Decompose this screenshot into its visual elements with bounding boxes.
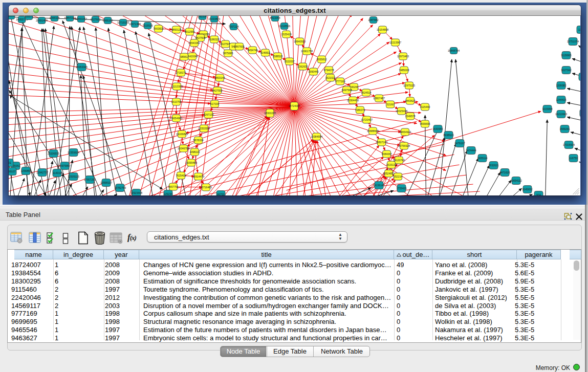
svg-text:10958107: 10958107 — [100, 181, 112, 184]
svg-text:1640955: 1640955 — [432, 127, 443, 130]
svg-text:1990443: 1990443 — [308, 70, 318, 73]
svg-text:8186323: 8186323 — [209, 38, 219, 41]
svg-text:20364436: 20364436 — [347, 99, 359, 102]
svg-text:1112: 1112 — [578, 28, 580, 31]
svg-text:6479197: 6479197 — [454, 142, 465, 145]
svg-text:7515526: 7515526 — [142, 24, 153, 27]
svg-text:16033809: 16033809 — [208, 17, 220, 20]
svg-text:9657791: 9657791 — [168, 185, 178, 188]
svg-text:7485003: 7485003 — [399, 69, 409, 72]
svg-text:9474444: 9474444 — [466, 149, 476, 152]
svg-text:317006: 317006 — [210, 102, 219, 105]
svg-text:3267130: 3267130 — [203, 113, 213, 116]
svg-text:15720407: 15720407 — [361, 118, 373, 121]
svg-text:9146821: 9146821 — [260, 51, 270, 54]
svg-text:1621022: 1621022 — [325, 76, 335, 79]
svg-text:8471626: 8471626 — [499, 171, 510, 174]
svg-text:160338: 160338 — [198, 16, 207, 18]
svg-text:19654923: 19654923 — [399, 130, 411, 134]
svg-text:6794078: 6794078 — [323, 69, 334, 72]
svg-text:20206535: 20206535 — [48, 152, 59, 155]
svg-text:2935114: 2935114 — [477, 157, 488, 160]
svg-text:17957255: 17957255 — [84, 178, 96, 181]
svg-text:16961758: 16961758 — [301, 50, 313, 53]
svg-text:18640910: 18640910 — [294, 40, 306, 43]
svg-text:10653257: 10653257 — [75, 17, 87, 20]
svg-text:9245652: 9245652 — [522, 188, 532, 191]
svg-text:19654985: 19654985 — [170, 117, 182, 120]
svg-text:16543362: 16543362 — [188, 41, 200, 45]
svg-text:1498222: 1498222 — [189, 150, 200, 154]
svg-text:98961: 98961 — [180, 55, 188, 58]
svg-text:9129965: 9129965 — [561, 54, 571, 57]
svg-text:8912954: 8912954 — [184, 30, 194, 33]
svg-text:9777169: 9777169 — [335, 80, 345, 83]
svg-text:924: 924 — [536, 193, 541, 195]
svg-text:15716485: 15716485 — [200, 186, 212, 189]
svg-text:1610755: 1610755 — [171, 100, 181, 103]
svg-text:7625402: 7625402 — [176, 174, 186, 177]
svg-text:18300295: 18300295 — [264, 112, 276, 115]
svg-text:1549578: 1549578 — [405, 115, 415, 118]
svg-text:9115460: 9115460 — [420, 105, 430, 108]
svg-text:19857212: 19857212 — [64, 16, 76, 19]
svg-text:7357224: 7357224 — [228, 25, 238, 28]
svg-text:12923448: 12923448 — [130, 191, 142, 194]
svg-text:16210643: 16210643 — [555, 113, 567, 116]
svg-text:6497568: 6497568 — [341, 89, 352, 92]
svg-text:6966160: 6966160 — [102, 19, 113, 22]
svg-text:2803144: 2803144 — [214, 76, 225, 79]
svg-text:7663822: 7663822 — [153, 27, 163, 30]
svg-text:1325419: 1325419 — [281, 33, 291, 36]
svg-text:9827508: 9827508 — [195, 36, 205, 39]
svg-text:8938923: 8938923 — [443, 134, 453, 137]
svg-text:7632621: 7632621 — [488, 164, 498, 167]
svg-text:8813054: 8813054 — [270, 16, 280, 19]
svg-text:12505115: 12505115 — [68, 175, 79, 178]
svg-text:3624514: 3624514 — [361, 91, 371, 94]
svg-text:3875685: 3875685 — [223, 52, 233, 55]
svg-text:10719155: 10719155 — [117, 21, 129, 24]
svg-text:12213369: 12213369 — [171, 85, 183, 88]
svg-text:32160: 32160 — [386, 103, 394, 106]
svg-text:12359924: 12359924 — [68, 151, 79, 154]
svg-text:9699695: 9699695 — [420, 122, 430, 125]
svg-text:20691406: 20691406 — [36, 19, 48, 22]
svg-text:2087682: 2087682 — [368, 18, 378, 21]
svg-text:16914479: 16914479 — [192, 175, 204, 178]
svg-text:19384554: 19384554 — [311, 135, 322, 138]
svg-text:14120746: 14120746 — [393, 159, 405, 162]
svg-text:20756928: 20756928 — [398, 144, 410, 147]
svg-text:1244415: 1244415 — [556, 98, 566, 101]
svg-text:9227342: 9227342 — [561, 69, 571, 72]
svg-text:1527602: 1527602 — [90, 18, 100, 21]
svg-text:12942737: 12942737 — [36, 171, 48, 174]
svg-text:3215958: 3215958 — [542, 107, 552, 111]
svg-text:17016504: 17016504 — [563, 143, 575, 146]
svg-text:16099489: 16099489 — [185, 161, 197, 164]
svg-text:13524851: 13524851 — [383, 172, 395, 175]
svg-text:14136141: 14136141 — [373, 184, 385, 187]
svg-text:86753: 86753 — [217, 193, 225, 195]
svg-text:16046788: 16046788 — [178, 147, 189, 150]
svg-text:991: 991 — [9, 161, 11, 164]
svg-text:129234: 129234 — [164, 192, 172, 195]
svg-text:10807487: 10807487 — [373, 97, 385, 100]
svg-text:205571: 205571 — [25, 16, 33, 18]
svg-text:10688609: 10688609 — [367, 129, 379, 133]
svg-text:140557: 140557 — [9, 16, 15, 17]
svg-text:5322037: 5322037 — [284, 60, 294, 63]
svg-text:10154808: 10154808 — [377, 28, 388, 31]
svg-text:12213967: 12213967 — [389, 41, 401, 44]
svg-text:99107: 99107 — [9, 170, 16, 173]
svg-text:2867608: 2867608 — [234, 45, 244, 48]
svg-text:9860124: 9860124 — [171, 28, 181, 31]
svg-text:1362635: 1362635 — [297, 65, 308, 68]
svg-text:1569291: 1569291 — [559, 127, 570, 130]
svg-text:10025438: 10025438 — [396, 110, 407, 113]
svg-text:114319: 114319 — [53, 171, 61, 174]
svg-text:9327508: 9327508 — [220, 42, 230, 46]
svg-text:18724007: 18724007 — [288, 104, 300, 107]
svg-text:1209382: 1209382 — [556, 84, 566, 87]
svg-text:12353594: 12353594 — [198, 127, 210, 130]
